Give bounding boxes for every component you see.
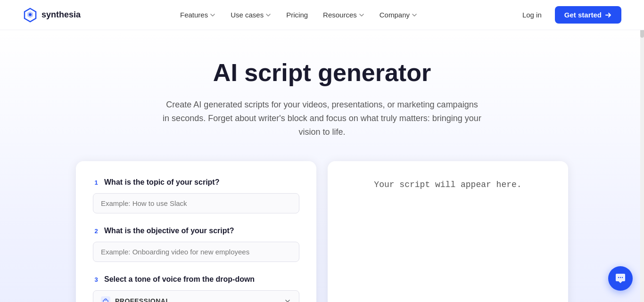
nav-features[interactable]: Features [174, 7, 221, 23]
chat-bubble-button[interactable] [608, 266, 633, 291]
login-button[interactable]: Log in [517, 7, 547, 23]
get-started-button[interactable]: Get started [555, 6, 621, 24]
dropdown-chevron-icon [284, 297, 291, 302]
tone-dropdown[interactable]: PROFESSIONAL [93, 290, 299, 302]
nav-links: Features Use cases Pricing Resources Com… [174, 7, 423, 23]
step-3-title: Select a tone of voice from the drop-dow… [104, 275, 255, 284]
step-2-number: 2 [93, 228, 99, 235]
main-nav: synthesia Features Use cases Pricing Res… [0, 0, 644, 30]
briefcase-icon [103, 298, 108, 302]
nav-use-cases[interactable]: Use cases [225, 7, 277, 23]
hero-description: Create AI generated scripts for your vid… [162, 98, 482, 139]
form-card: 1 What is the topic of your script? 2 Wh… [76, 161, 316, 302]
hero-section: AI script generator Create AI generated … [0, 30, 644, 302]
step-2-label: 2 What is the objective of your script? [93, 227, 299, 235]
nav-actions: Log in Get started [517, 6, 621, 24]
chat-icon [615, 273, 626, 284]
synthesia-logo-icon [23, 8, 38, 23]
use-cases-chevron-icon [265, 12, 271, 18]
form-step-2: 2 What is the objective of your script? [93, 227, 299, 262]
form-step-1: 1 What is the topic of your script? [93, 178, 299, 213]
hero-title: AI script generator [23, 58, 621, 87]
nav-company[interactable]: Company [374, 7, 423, 23]
nav-resources[interactable]: Resources [317, 7, 370, 23]
features-chevron-icon [210, 12, 215, 18]
tone-dropdown-icon [101, 296, 110, 302]
svg-point-2 [618, 277, 619, 278]
svg-point-0 [29, 13, 32, 16]
scrollbar[interactable] [640, 0, 644, 302]
svg-point-3 [620, 277, 621, 278]
card-area: 1 What is the topic of your script? 2 Wh… [53, 161, 591, 302]
step-1-title: What is the topic of your script? [104, 178, 219, 187]
script-output-text: Your script will appear here. [345, 178, 551, 192]
svg-point-4 [622, 277, 623, 278]
topic-input[interactable] [93, 193, 299, 213]
brand-name: synthesia [41, 10, 81, 20]
svg-rect-1 [103, 300, 108, 302]
company-chevron-icon [412, 12, 417, 18]
brand-logo[interactable]: synthesia [23, 8, 81, 23]
form-step-3: 3 Select a tone of voice from the drop-d… [93, 275, 299, 302]
step-3-number: 3 [93, 276, 99, 283]
arrow-right-icon [604, 11, 612, 19]
step-3-label: 3 Select a tone of voice from the drop-d… [93, 275, 299, 284]
resources-chevron-icon [359, 12, 364, 18]
objective-input[interactable] [93, 242, 299, 262]
step-2-title: What is the objective of your script? [104, 227, 234, 235]
step-1-number: 1 [93, 179, 99, 186]
tone-value: PROFESSIONAL [115, 297, 170, 302]
step-1-label: 1 What is the topic of your script? [93, 178, 299, 187]
nav-pricing[interactable]: Pricing [281, 7, 314, 23]
script-output-card: Your script will appear here. [328, 161, 568, 302]
